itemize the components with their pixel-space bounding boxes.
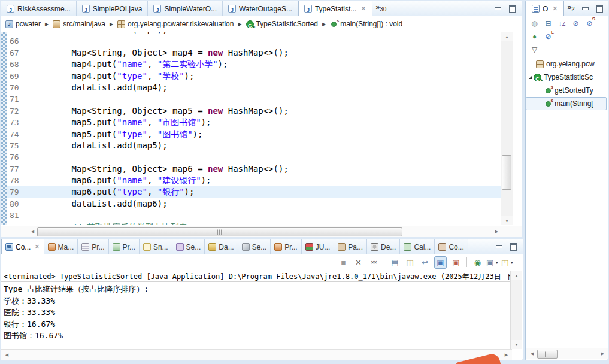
breadcrumb-item[interactable]: main(String[]) : void: [330, 20, 402, 28]
editor-tab-label: TypeStatist...: [315, 5, 356, 13]
console-view-tab[interactable]: De...: [367, 239, 400, 254]
scroll-right-icon[interactable]: ▶: [502, 350, 511, 360]
code-line: 71: [1, 93, 501, 105]
breadcrumb-label: TypeStatisticSorted: [256, 20, 318, 28]
minimize-icon[interactable]: [494, 242, 504, 250]
editor-tab[interactable]: WaterOutageS...: [223, 1, 298, 16]
sort-button[interactable]: ↓z: [557, 19, 567, 28]
view-menu-button[interactable]: ▽: [529, 45, 540, 54]
maximize-icon[interactable]: [507, 4, 517, 12]
console-view-tab[interactable]: Da...: [205, 239, 238, 254]
outline-tree-item[interactable]: getSortedTy: [526, 84, 607, 97]
code-editor[interactable]: dataList.add(map3);6667 Map<String, Obje…: [1, 32, 501, 225]
close-icon[interactable]: ✕: [34, 243, 40, 251]
hide-fields-button[interactable]: ⊘: [571, 19, 581, 28]
tab-outline[interactable]: O ✕: [526, 1, 564, 16]
outline-horizontal-scrollbar[interactable]: ◀ ▶: [526, 348, 608, 359]
static-method-icon: [546, 88, 551, 93]
sort-icon: ↓z: [559, 19, 566, 28]
editor-tabs: RiskAssessme...SimplePOI.javaSimpleWater…: [1, 1, 372, 16]
open-console-button[interactable]: ◳▼: [502, 257, 513, 268]
editor-tab[interactable]: RiskAssessme...: [1, 1, 77, 16]
scrollbar-thumb[interactable]: [37, 228, 402, 236]
scrollbar-thumb[interactable]: [537, 350, 558, 359]
hide-local-types-button[interactable]: ⊘L: [543, 32, 553, 41]
scroll-up-icon[interactable]: ▲: [501, 32, 513, 41]
console-tab-label: Sn...: [153, 243, 168, 251]
scroll-right-icon[interactable]: ▶: [492, 227, 501, 236]
scroll-lock-button[interactable]: ◫: [404, 257, 416, 268]
console-output[interactable]: Type 占比统计结果（按占比降序排序）:学校：33.33%医院：33.33%银…: [4, 283, 149, 342]
console-view-tab[interactable]: Ma...: [44, 239, 78, 254]
console-view-tab[interactable]: Pa...: [334, 239, 367, 254]
console-view-tab[interactable]: Cal...: [400, 239, 435, 254]
breadcrumb-item[interactable]: src/main/java: [53, 20, 105, 28]
console-view-tab[interactable]: Pr...: [271, 239, 301, 254]
editor-tab-overflow[interactable]: »30: [372, 1, 389, 16]
minimize-icon[interactable]: [493, 4, 502, 12]
word-wrap-button[interactable]: ↩: [419, 257, 431, 268]
display-console-button[interactable]: ▣▼: [487, 257, 498, 268]
scroll-down-icon[interactable]: ▼: [511, 340, 522, 349]
editor-tab[interactable]: TypeStatist...✕: [298, 1, 372, 16]
breadcrumb-item[interactable]: TypeStatisticSorted: [246, 20, 318, 28]
collapse-all-button[interactable]: ⊟: [543, 19, 553, 28]
code-text: map4.put("name", "第二实验小学");: [31, 59, 501, 70]
close-icon[interactable]: ✕: [552, 5, 558, 13]
breadcrumb-item[interactable]: org.yelang.pcwater.riskevaluation: [117, 20, 234, 28]
breadcrumb-item[interactable]: pcwater: [5, 20, 41, 28]
console-output-line: 医院：33.33%: [4, 307, 149, 318]
minimize-icon[interactable]: [580, 4, 590, 12]
scroll-left-icon[interactable]: ◀: [28, 227, 37, 236]
code-text: Map<String, Object> map4 = new HashMap<>…: [31, 47, 501, 59]
close-icon[interactable]: ✕: [360, 5, 366, 13]
annotation-ruler[interactable]: [1, 32, 7, 225]
focus-active-task-icon: ◍: [531, 19, 537, 28]
editor-horizontal-scrollbar[interactable]: ◀ ▶: [1, 226, 522, 237]
breadcrumb-label: src/main/java: [63, 20, 105, 28]
outline-tree-item[interactable]: main(String[: [526, 97, 607, 110]
console-view-tab[interactable]: Co...: [435, 239, 468, 254]
console-view-tab[interactable]: Se...: [238, 239, 271, 254]
hide-static-button[interactable]: ⊘S: [584, 19, 595, 28]
scroll-down-icon[interactable]: ▼: [501, 216, 513, 225]
console-tabbar: Co...✕Ma...Pr...Pr...Sn...Se...Da...Se..…: [1, 239, 523, 255]
pin-console-button[interactable]: ◉: [472, 257, 483, 268]
code-text: [31, 151, 501, 163]
maximize-icon[interactable]: [508, 242, 518, 250]
outline-tree-item[interactable]: TypeStatisticSc: [526, 71, 607, 84]
editor-tab[interactable]: SimpleWaterO...: [148, 1, 223, 16]
console-output-line: Type 占比统计结果（按占比降序排序）:: [4, 283, 149, 295]
scroll-left-icon[interactable]: ◀: [528, 349, 537, 359]
outline-toolbar: ◍⊟↓z⊘⊘S●⊘L▽: [526, 16, 608, 58]
console-view-tab[interactable]: Sn...: [140, 239, 172, 254]
scroll-right-icon[interactable]: ▶: [598, 349, 607, 359]
expanded-arrow-icon[interactable]: [529, 76, 532, 79]
markers-icon: [48, 243, 56, 251]
editor-tab[interactable]: SimplePOI.java: [77, 1, 149, 16]
console-view-tab[interactable]: Se...: [172, 239, 205, 254]
java-file-icon: [153, 5, 161, 13]
show-stderr-button[interactable]: ▣: [450, 257, 462, 268]
scrollbar-thumb[interactable]: [502, 155, 511, 190]
maximize-icon[interactable]: [595, 4, 604, 12]
hide-non-public-button[interactable]: ●: [529, 32, 540, 41]
console-view-tab[interactable]: Pr...: [78, 239, 108, 254]
show-stdout-button[interactable]: ▣: [434, 256, 447, 269]
terminate-button[interactable]: ■: [338, 257, 349, 268]
scroll-up-icon[interactable]: ▲: [511, 271, 522, 280]
remove-all-terminated-button[interactable]: ✕✕: [368, 257, 379, 268]
outline-tree-item[interactable]: org.yelang.pcw: [526, 57, 607, 71]
console-vertical-scrollbar[interactable]: ▲ ▼: [510, 271, 522, 349]
console-horizontal-scrollbar[interactable]: ◀ ▶: [1, 349, 512, 360]
remove-launch-button[interactable]: ✕: [353, 257, 364, 268]
console-pane: Co...✕Ma...Pr...Pr...Sn...Se...Da...Se..…: [1, 239, 523, 360]
outline-tab-overflow[interactable]: »2: [564, 1, 577, 16]
console-view-tab[interactable]: Pr...: [109, 239, 140, 254]
console-view-tab[interactable]: JU...: [302, 239, 335, 254]
console-view-tab[interactable]: Co...✕: [1, 239, 44, 254]
editor-vertical-scrollbar[interactable]: ▲ ▼: [501, 32, 513, 225]
scroll-left-icon[interactable]: ◀: [2, 350, 11, 360]
clear-console-button[interactable]: ▤: [389, 257, 401, 268]
focus-active-task-button[interactable]: ◍: [529, 19, 540, 28]
